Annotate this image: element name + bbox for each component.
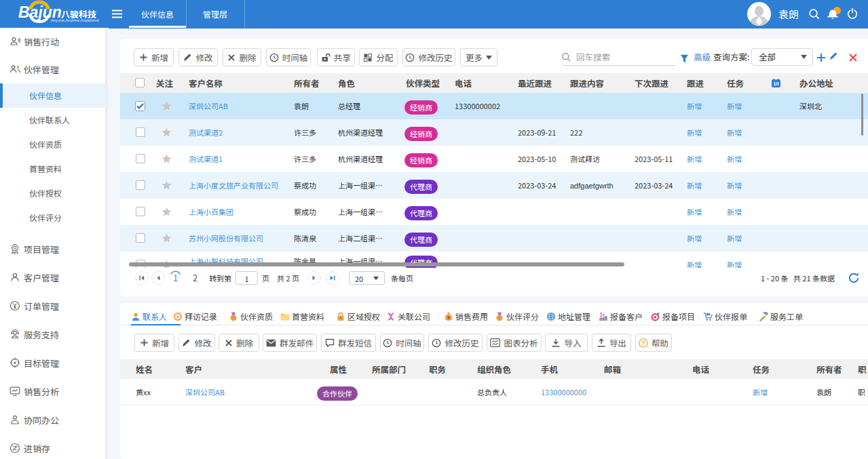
svg-text:10: 10 bbox=[773, 81, 778, 87]
svg-text:¥: ¥ bbox=[447, 315, 450, 320]
svg-text:?: ? bbox=[641, 340, 645, 346]
